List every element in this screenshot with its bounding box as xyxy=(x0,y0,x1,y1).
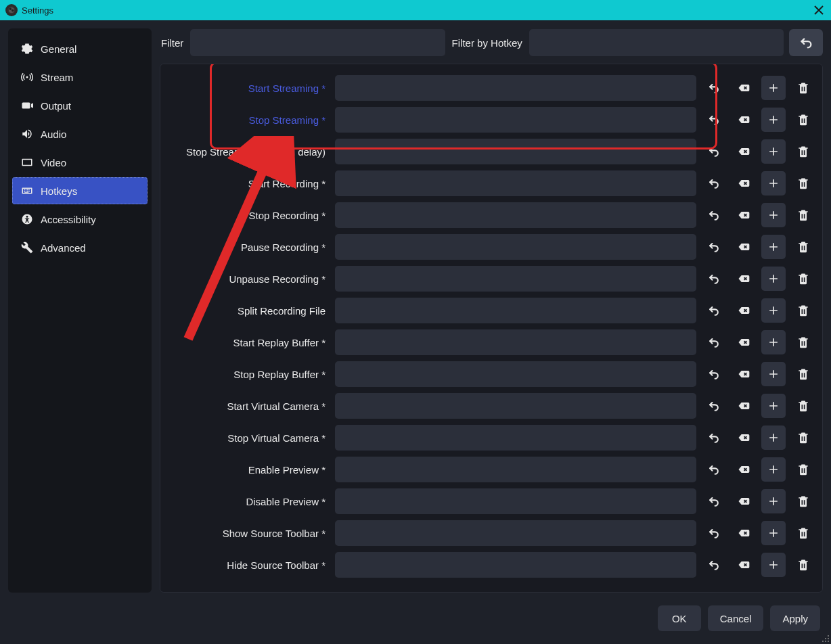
sidebar-item-audio[interactable]: Audio xyxy=(12,120,148,147)
remove-button[interactable] xyxy=(791,521,815,545)
undo-button[interactable] xyxy=(702,362,726,386)
remove-button[interactable] xyxy=(791,457,815,482)
resize-grip[interactable] xyxy=(820,633,830,643)
remove-button[interactable] xyxy=(791,235,815,259)
hotkey-label: Split Recording File xyxy=(171,305,330,317)
clear-button[interactable] xyxy=(732,235,756,259)
undo-button[interactable] xyxy=(702,521,726,545)
filter-reset-button[interactable] xyxy=(789,29,823,56)
add-button[interactable] xyxy=(761,76,786,100)
hotkey-input[interactable] xyxy=(335,75,696,101)
remove-button[interactable] xyxy=(791,298,815,323)
sidebar-item-output[interactable]: Output xyxy=(12,92,148,119)
remove-button[interactable] xyxy=(791,362,815,386)
add-button[interactable] xyxy=(761,108,786,132)
remove-button[interactable] xyxy=(791,489,815,513)
undo-button[interactable] xyxy=(702,235,726,259)
add-button[interactable] xyxy=(761,489,786,513)
clear-button[interactable] xyxy=(732,298,756,323)
undo-button[interactable] xyxy=(702,489,726,513)
hotkey-label: Stop Streaming (discard delay) xyxy=(171,146,330,158)
hotkey-input[interactable] xyxy=(335,234,696,260)
filter-input[interactable] xyxy=(190,29,445,56)
undo-button[interactable] xyxy=(702,139,726,164)
clear-button[interactable] xyxy=(732,426,756,450)
sidebar-item-accessibility[interactable]: Accessibility xyxy=(12,206,148,233)
remove-button[interactable] xyxy=(791,171,815,196)
clear-button[interactable] xyxy=(732,330,756,354)
add-button[interactable] xyxy=(761,235,786,259)
clear-button[interactable] xyxy=(732,203,756,227)
sidebar-item-general[interactable]: General xyxy=(12,35,148,62)
hotkey-input[interactable] xyxy=(335,170,696,196)
cancel-button[interactable]: Cancel xyxy=(708,605,764,631)
clear-button[interactable] xyxy=(732,489,756,513)
titlebar[interactable]: Settings xyxy=(0,0,831,20)
sidebar-item-advanced[interactable]: Advanced xyxy=(12,234,148,261)
remove-button[interactable] xyxy=(791,267,815,291)
undo-button[interactable] xyxy=(702,267,726,291)
add-button[interactable] xyxy=(761,139,786,164)
undo-button[interactable] xyxy=(702,330,726,354)
hotkey-input[interactable] xyxy=(335,361,696,387)
hotkey-input[interactable] xyxy=(335,488,696,514)
hotkey-input[interactable] xyxy=(335,393,696,419)
add-button[interactable] xyxy=(761,394,786,418)
remove-button[interactable] xyxy=(791,76,815,100)
apply-button[interactable]: Apply xyxy=(770,605,820,631)
undo-button[interactable] xyxy=(702,298,726,323)
sidebar-item-stream[interactable]: Stream xyxy=(12,64,148,91)
add-button[interactable] xyxy=(761,553,786,577)
clear-button[interactable] xyxy=(732,521,756,545)
remove-button[interactable] xyxy=(791,108,815,132)
remove-button[interactable] xyxy=(791,553,815,577)
clear-button[interactable] xyxy=(732,362,756,386)
clear-button[interactable] xyxy=(732,457,756,482)
hotkey-input[interactable] xyxy=(335,107,696,133)
undo-button[interactable] xyxy=(702,426,726,450)
remove-button[interactable] xyxy=(791,426,815,450)
remove-button[interactable] xyxy=(791,139,815,164)
ok-button[interactable]: OK xyxy=(658,605,701,631)
hotkey-input[interactable] xyxy=(335,266,696,292)
add-button[interactable] xyxy=(761,203,786,227)
clear-button[interactable] xyxy=(732,171,756,196)
undo-button[interactable] xyxy=(702,457,726,482)
hotkey-input[interactable] xyxy=(335,202,696,228)
sidebar-item-video[interactable]: Video xyxy=(12,149,148,176)
add-button[interactable] xyxy=(761,362,786,386)
undo-button[interactable] xyxy=(702,553,726,577)
add-button[interactable] xyxy=(761,521,786,545)
hotkey-input[interactable] xyxy=(335,552,696,578)
clear-button[interactable] xyxy=(732,139,756,164)
add-button[interactable] xyxy=(761,330,786,354)
hotkey-input[interactable] xyxy=(335,425,696,451)
add-button[interactable] xyxy=(761,426,786,450)
add-button[interactable] xyxy=(761,171,786,196)
undo-button[interactable] xyxy=(702,203,726,227)
app-icon xyxy=(5,4,18,16)
clear-button[interactable] xyxy=(732,108,756,132)
add-button[interactable] xyxy=(761,267,786,291)
remove-button[interactable] xyxy=(791,330,815,354)
undo-button[interactable] xyxy=(702,108,726,132)
remove-button[interactable] xyxy=(791,203,815,227)
hotkey-input[interactable] xyxy=(335,329,696,355)
sidebar-item-hotkeys[interactable]: Hotkeys xyxy=(12,177,148,204)
hotkey-input[interactable] xyxy=(335,457,696,482)
remove-button[interactable] xyxy=(791,394,815,418)
clear-button[interactable] xyxy=(732,267,756,291)
filter-by-hotkey-input[interactable] xyxy=(529,29,784,56)
hotkey-input[interactable] xyxy=(335,298,696,323)
undo-button[interactable] xyxy=(702,76,726,100)
add-button[interactable] xyxy=(761,298,786,323)
undo-button[interactable] xyxy=(702,171,726,196)
undo-button[interactable] xyxy=(702,394,726,418)
hotkey-input[interactable] xyxy=(335,520,696,546)
hotkey-input[interactable] xyxy=(335,139,696,164)
clear-button[interactable] xyxy=(732,76,756,100)
clear-button[interactable] xyxy=(732,553,756,577)
add-button[interactable] xyxy=(761,457,786,482)
clear-button[interactable] xyxy=(732,394,756,418)
close-button[interactable] xyxy=(812,3,826,17)
